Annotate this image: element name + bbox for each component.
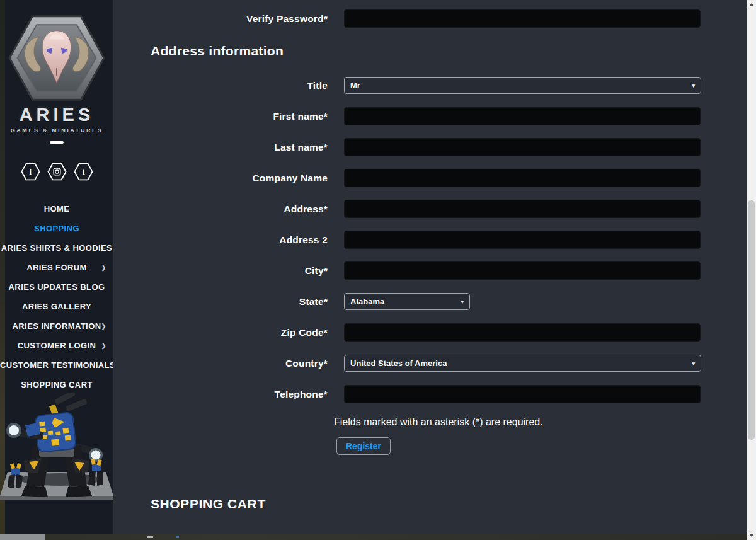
field-control: [344, 9, 701, 28]
form-row-title: TitleMr▾: [113, 76, 747, 95]
chevron-right-icon: ❯: [101, 316, 106, 336]
field-control: [344, 323, 701, 342]
field-label: First name*: [113, 111, 328, 122]
field-label: Last name*: [113, 142, 328, 153]
form-row-state: State*Alabama▾: [113, 292, 747, 311]
dropdown-arrow-icon: ▾: [692, 360, 695, 367]
dropdown-arrow-icon: ▾: [461, 299, 464, 305]
verify-password-input[interactable]: [344, 9, 701, 28]
instagram-icon[interactable]: [47, 161, 67, 182]
sidebar-item-shopping-cart[interactable]: SHOPPING CART: [0, 375, 113, 394]
facebook-icon[interactable]: f: [20, 161, 41, 182]
cart-fragment-pixel: [147, 536, 153, 538]
title-select[interactable]: Mr▾: [344, 77, 701, 94]
ram-skull-emblem-icon: [5, 13, 108, 103]
city-input[interactable]: [344, 261, 701, 280]
cart-thumbnail-fragment: [0, 534, 45, 540]
state-select[interactable]: Alabama▾: [344, 293, 470, 310]
address-section-heading: Address information: [151, 43, 747, 59]
field-label: Address 2: [113, 234, 328, 246]
first-name-input[interactable]: [344, 107, 701, 125]
field-label: City*: [113, 265, 328, 277]
cart-table-top-edge: [0, 534, 747, 540]
form-row-city: City*: [113, 261, 747, 280]
scroll-down-button[interactable]: [747, 531, 756, 540]
form-row-company-name: Company Name: [113, 169, 747, 187]
field-control: Mr▾: [344, 77, 701, 94]
form-row-address-2: Address 2: [113, 231, 747, 249]
sidebar-item-label: ARIES INFORMATION: [13, 321, 101, 331]
sidebar-item-label: ARIES FORUM: [26, 263, 86, 272]
address-input[interactable]: [344, 200, 701, 218]
page: ARIES GAMES & MINIATURES ft HOMESHOPPING…: [0, 0, 756, 540]
tumblr-icon[interactable]: t: [73, 161, 94, 182]
field-control: [344, 169, 701, 187]
field-control: [344, 200, 701, 218]
form-row-country: Country*United States of America▾: [113, 354, 747, 372]
sidebar-item-customer-testimonials[interactable]: CUSTOMER TESTIMONIALS: [0, 355, 113, 375]
brand-tagline: GAMES & MINIATURES: [0, 127, 113, 134]
down-arrow-icon: [749, 534, 754, 537]
sidebar-item-aries-information[interactable]: ARIES INFORMATION❯: [0, 316, 113, 336]
form-row-first-name: First name*: [113, 107, 747, 125]
zip-code-input[interactable]: [344, 323, 701, 342]
scroll-up-button[interactable]: [747, 0, 756, 9]
social-icons: ft: [0, 161, 113, 182]
sidebar-item-aries-updates-blog[interactable]: ARIES UPDATES BLOG: [0, 277, 113, 297]
field-label: Country*: [113, 358, 328, 369]
field-control: Alabama▾: [344, 293, 470, 310]
sidebar-nav: HOMESHOPPINGARIES SHIRTS & HOODIESARIES …: [0, 199, 113, 394]
sidebar-item-label: SHOPPING: [34, 224, 79, 233]
sidebar-item-home[interactable]: HOME: [0, 199, 113, 219]
brand-name: ARIES: [0, 105, 113, 125]
field-control: [344, 261, 701, 280]
select-value: Mr: [350, 81, 360, 90]
field-label: Verify Password*: [113, 13, 328, 25]
telephone-input[interactable]: [344, 385, 701, 403]
last-name-input[interactable]: [344, 138, 701, 156]
field-label: Telephone*: [113, 389, 328, 400]
form-row-telephone: Telephone*: [113, 385, 747, 403]
field-label: State*: [113, 296, 328, 307]
form-row-address: Address*: [113, 200, 747, 218]
sidebar-item-label: ARIES GALLERY: [22, 302, 91, 311]
hexagon-frame: t: [73, 161, 94, 182]
chevron-right-icon: ❯: [101, 258, 106, 277]
company-name-input[interactable]: [344, 169, 701, 187]
main-content: Verify Password* Address information Tit…: [113, 0, 747, 534]
field-label: Company Name: [113, 173, 328, 184]
hexagon-frame: f: [20, 161, 41, 182]
sidebar-item-label: CUSTOMER TESTIMONIALS: [0, 360, 115, 370]
sidebar-item-aries-shirts-hoodies[interactable]: ARIES SHIRTS & HOODIES: [0, 238, 113, 258]
field-label: Title: [113, 80, 328, 91]
chevron-right-icon: ❯: [101, 336, 106, 355]
battlemech-illustration: [0, 393, 113, 514]
register-button[interactable]: Register: [336, 437, 391, 455]
field-control: [344, 231, 701, 249]
sidebar-item-aries-forum[interactable]: ARIES FORUM❯: [0, 258, 113, 277]
field-label: Zip Code*: [113, 327, 328, 338]
select-value: United States of America: [350, 359, 447, 368]
required-fields-note: Fields marked with an asterisk (*) are r…: [334, 416, 747, 428]
svg-text:t: t: [82, 167, 85, 176]
scrollbar-thumb[interactable]: [748, 200, 755, 440]
divider-dash: [50, 141, 64, 144]
field-control: United States of America▾: [344, 355, 701, 372]
address-2-input[interactable]: [344, 231, 701, 249]
verify-password-row-slot: Verify Password*: [113, 9, 747, 28]
mech-artwork: [0, 393, 113, 514]
select-value: Alabama: [350, 297, 384, 306]
address-fields: TitleMr▾First name*Last name*Company Nam…: [113, 76, 747, 403]
sidebar-item-customer-login[interactable]: CUSTOMER LOGIN❯: [0, 336, 113, 355]
country-select[interactable]: United States of America▾: [344, 355, 701, 372]
dropdown-arrow-icon: ▾: [692, 83, 695, 89]
vertical-scrollbar[interactable]: [747, 0, 756, 540]
hexagon-frame: [47, 161, 67, 182]
site-logo[interactable]: ARIES GAMES & MINIATURES: [0, 13, 113, 134]
sidebar-item-aries-gallery[interactable]: ARIES GALLERY: [0, 297, 113, 316]
form-row-zip-code: Zip Code*: [113, 323, 747, 342]
svg-text:f: f: [29, 167, 32, 176]
sidebar-item-label: ARIES SHIRTS & HOODIES: [1, 243, 112, 253]
sidebar-item-shopping[interactable]: SHOPPING: [0, 219, 113, 238]
field-label: Address*: [113, 204, 328, 215]
